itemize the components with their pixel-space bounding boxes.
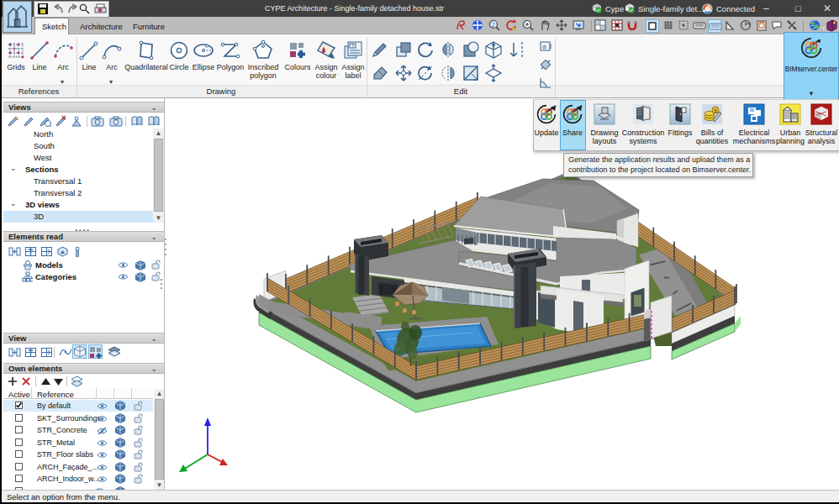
svg-text:a: a [542, 43, 546, 50]
svg-text:T: T [351, 44, 355, 49]
svg-text:2: 2 [492, 22, 495, 28]
